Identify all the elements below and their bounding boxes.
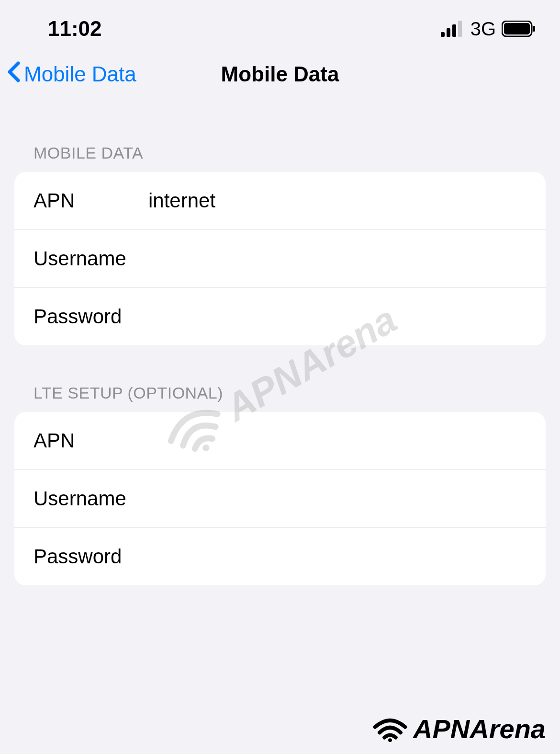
apn-input[interactable] xyxy=(148,189,526,212)
wifi-icon xyxy=(371,716,409,742)
svg-rect-5 xyxy=(504,23,530,34)
svg-rect-0 xyxy=(441,32,445,37)
password-input[interactable] xyxy=(148,305,526,328)
svg-rect-1 xyxy=(447,28,450,37)
username-input[interactable] xyxy=(148,247,526,270)
svg-point-8 xyxy=(388,738,392,742)
section-header-mobile-data: MOBILE DATA xyxy=(14,105,546,172)
row-label: APN xyxy=(34,189,148,212)
page-title: Mobile Data xyxy=(221,62,339,86)
svg-rect-2 xyxy=(452,24,456,37)
row-lte-username[interactable]: Username xyxy=(14,470,546,528)
status-indicators: 3G xyxy=(441,18,536,40)
chevron-left-icon xyxy=(5,60,22,88)
content: MOBILE DATA APN Username Password LTE SE… xyxy=(0,105,560,585)
row-mobile-data-apn[interactable]: APN xyxy=(14,172,546,230)
watermark-bottom: APNArena xyxy=(371,713,546,744)
row-label: Password xyxy=(34,305,148,328)
row-label: Username xyxy=(34,247,148,270)
navigation-bar: Mobile Data Mobile Data xyxy=(0,53,560,105)
row-mobile-data-username[interactable]: Username xyxy=(14,230,546,288)
row-label: Username xyxy=(34,487,148,510)
svg-rect-6 xyxy=(533,26,535,32)
row-label: Password xyxy=(34,545,148,568)
row-lte-apn[interactable]: APN xyxy=(14,412,546,470)
settings-group-lte: APN Username Password xyxy=(14,412,546,585)
row-lte-password[interactable]: Password xyxy=(14,528,546,585)
status-time: 11:02 xyxy=(48,17,102,41)
cellular-signal-icon xyxy=(441,21,465,37)
settings-group-mobile-data: APN Username Password xyxy=(14,172,546,345)
section-header-lte: LTE SETUP (OPTIONAL) xyxy=(14,345,546,412)
back-label: Mobile Data xyxy=(24,62,136,86)
battery-icon xyxy=(502,21,536,37)
svg-rect-3 xyxy=(458,21,462,37)
status-bar: 11:02 3G xyxy=(0,0,560,53)
back-button[interactable]: Mobile Data xyxy=(5,60,136,88)
row-mobile-data-password[interactable]: Password xyxy=(14,288,546,345)
lte-username-input[interactable] xyxy=(148,487,526,510)
lte-apn-input[interactable] xyxy=(148,429,526,452)
network-type: 3G xyxy=(470,18,496,40)
row-label: APN xyxy=(34,429,148,452)
watermark-text: APNArena xyxy=(413,713,546,744)
lte-password-input[interactable] xyxy=(148,545,526,568)
